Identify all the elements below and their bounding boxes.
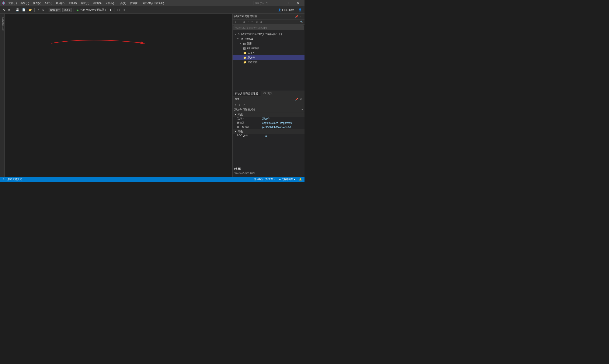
toolbar-new[interactable]: 📄	[21, 8, 26, 12]
platform-arrow: ▾	[69, 9, 70, 12]
toolbar-sep-2	[34, 8, 35, 12]
toolbar-user-icon[interactable]: 👤	[297, 8, 303, 12]
menu-test[interactable]: 测试(S)	[92, 1, 103, 5]
main-toolbar: ⟲ ⟳ 💾 📄 📂 ◁ ▷ Debug ▾ x64 ▾ ▶ 本地 Windows…	[0, 6, 304, 13]
props-tb-settings[interactable]: ⚙	[242, 103, 246, 107]
panel-pin-button[interactable]: 📌	[294, 15, 298, 18]
menu-analyze[interactable]: 分析(N)	[104, 1, 116, 5]
se-tb-btn-5[interactable]: ↷	[250, 20, 254, 24]
no-preview-label: 此项不支持预览	[5, 178, 22, 181]
toolbar-forward[interactable]: ▷	[41, 8, 45, 12]
left-icon-6[interactable]: 工	[0, 23, 4, 24]
se-tb-btn-3[interactable]: ⊡	[242, 20, 246, 24]
header-label: 头文件	[247, 51, 304, 55]
toolbar-extra2[interactable]: ⊞	[122, 8, 126, 12]
props-content: ▼ 常规 (名称) 源文件 筛选器 cpp;c;cc;cxx;c++;cppm;…	[233, 112, 304, 165]
add-to-source-control[interactable]: ↑ 添加到源代码管理 ▾	[252, 178, 276, 181]
toolbar-sep-5	[115, 8, 115, 12]
se-tb-btn-7[interactable]: ⊟	[259, 20, 263, 24]
toolbar-redo[interactable]: ⟳	[7, 8, 12, 12]
menu-project[interactable]: 项目(P)	[54, 1, 66, 5]
solution-tree: ▼ 🗂 解决方案'Project1'(1 个项目/共 1 个) ▼ 🗂 Proj…	[233, 31, 304, 91]
left-icon-2[interactable]: 检	[0, 16, 4, 17]
toolbar-dots[interactable]: ···	[127, 8, 131, 12]
left-icon-4[interactable]: 源	[0, 20, 4, 21]
live-share-button[interactable]: 👤 Live Share	[276, 8, 296, 12]
properties-header: 属性 📌 ✕	[233, 96, 304, 102]
props-val-uid: {4FC737F1-C7A5-4376-A	[262, 126, 303, 129]
close-button[interactable]: ✕	[293, 0, 303, 6]
props-val-name: 源文件	[262, 117, 303, 120]
props-section-general[interactable]: ▼ 常规	[233, 112, 304, 117]
toolbar-extra1[interactable]: ⊡	[116, 8, 121, 12]
props-selector[interactable]: 源文件 筛选器属性 ▾	[233, 107, 304, 112]
se-tb-btn-6[interactable]: ⊞	[255, 20, 258, 24]
props-key-scc: SCC 文件	[237, 134, 262, 137]
tab-git-changes[interactable]: Git 更改	[261, 91, 275, 96]
panel-tabs: 解决方案资源管理器 Git 更改	[233, 91, 304, 96]
notification-bell[interactable]: 🔔	[298, 178, 303, 181]
expand-icon-solution: ▼	[234, 33, 237, 35]
left-icon-7[interactable]: 具	[0, 25, 4, 26]
left-icon-1[interactable]: 冒	[0, 14, 4, 16]
tree-project[interactable]: ▼ 🗂 Project1	[233, 37, 304, 41]
props-section-advanced[interactable]: ▼ 高级	[233, 130, 304, 134]
menu-git[interactable]: Git(G)	[43, 1, 54, 5]
toolbar-undo[interactable]: ⟲	[2, 8, 6, 12]
toolbar-back[interactable]: ◁	[36, 8, 40, 12]
debug-config-arrow: ▾	[58, 9, 60, 12]
props-tb-sort[interactable]: ↕	[238, 103, 241, 107]
props-pin-button[interactable]: 📌	[294, 97, 298, 101]
left-icon-5[interactable]: 器	[0, 21, 4, 23]
toolbar-save[interactable]: 💾	[15, 8, 20, 12]
menu-edit[interactable]: 编辑(E)	[19, 1, 31, 5]
tree-header-files[interactable]: 📁 头文件	[233, 51, 304, 55]
minimize-button[interactable]: ─	[273, 0, 282, 6]
props-tb-grid[interactable]: ⊞	[233, 103, 237, 107]
tree-solution[interactable]: ▼ 🗂 解决方案'Project1'(1 个项目/共 1 个)	[233, 32, 304, 37]
props-row-scc: SCC 文件 True	[233, 134, 304, 138]
toolbar-run-extra[interactable]: ▶	[109, 8, 113, 12]
menu-bar: 文件(F) 编辑(E) 视图(V) Git(G) 项目(P) 生成(B) 调试(…	[7, 1, 265, 5]
platform-selector[interactable]: x64 ▾	[62, 8, 71, 12]
run-debugger-button[interactable]: ▶ 本地 Windows 调试器 ▾	[75, 8, 108, 12]
toolbar-open[interactable]: 📂	[27, 8, 33, 12]
panel-close-button[interactable]: ✕	[299, 15, 303, 18]
status-no-preview[interactable]: ⚠ 此项不支持预览	[2, 178, 23, 181]
expand-icon-refs: ▶	[240, 42, 242, 45]
props-selector-arrow-icon: ▾	[302, 108, 303, 111]
menu-file[interactable]: 文件(F)	[7, 1, 18, 5]
menu-debug[interactable]: 调试(D)	[79, 1, 91, 5]
maximize-button[interactable]: □	[283, 0, 293, 6]
props-row-uid: 唯一标识符 {4FC737F1-C7A5-4376-A	[233, 125, 304, 130]
se-tb-btn-search[interactable]: 🔍	[300, 20, 304, 24]
solution-search-input[interactable]	[235, 26, 302, 29]
platform-label: x64	[64, 9, 68, 12]
resource-label: 资源文件	[247, 60, 304, 64]
toolbar-sep-3	[47, 8, 47, 12]
source-icon: 📁	[243, 56, 247, 59]
refs-label: 引用	[247, 42, 304, 45]
debug-config-label: Debug	[50, 9, 57, 12]
menu-build[interactable]: 生成(B)	[67, 1, 79, 5]
editor-area	[5, 13, 232, 177]
search-box[interactable]	[265, 0, 272, 6]
props-close-button[interactable]: ✕	[299, 97, 303, 101]
left-icon-3[interactable]: 索	[0, 18, 4, 19]
left-icon-8[interactable]: 栏	[0, 26, 4, 27]
se-tb-btn-2[interactable]: ⌂	[238, 20, 241, 24]
ext-deps-label: 外部依赖项	[247, 46, 304, 50]
properties-title: 属性	[234, 97, 294, 101]
se-tb-btn-1[interactable]: ↺	[233, 20, 237, 24]
menu-tools[interactable]: 工具(T)	[116, 1, 128, 5]
debug-config-selector[interactable]: Debug ▾	[49, 8, 61, 12]
select-repo[interactable]: ☁ 选择存储库 ▾	[278, 178, 296, 181]
tree-source-files[interactable]: 📁 源文件	[233, 55, 304, 60]
tree-references[interactable]: ▶ ◫ 引用	[233, 41, 304, 46]
menu-extensions[interactable]: 扩展(X)	[128, 1, 140, 5]
tree-resource-files[interactable]: 📁 资源文件	[233, 60, 304, 65]
menu-view[interactable]: 视图(V)	[31, 1, 43, 5]
tree-external-deps[interactable]: ◫ 外部依赖项	[233, 46, 304, 51]
tab-solution-explorer[interactable]: 解决方案资源管理器	[233, 91, 261, 96]
se-tb-btn-4[interactable]: ↶	[246, 20, 250, 24]
